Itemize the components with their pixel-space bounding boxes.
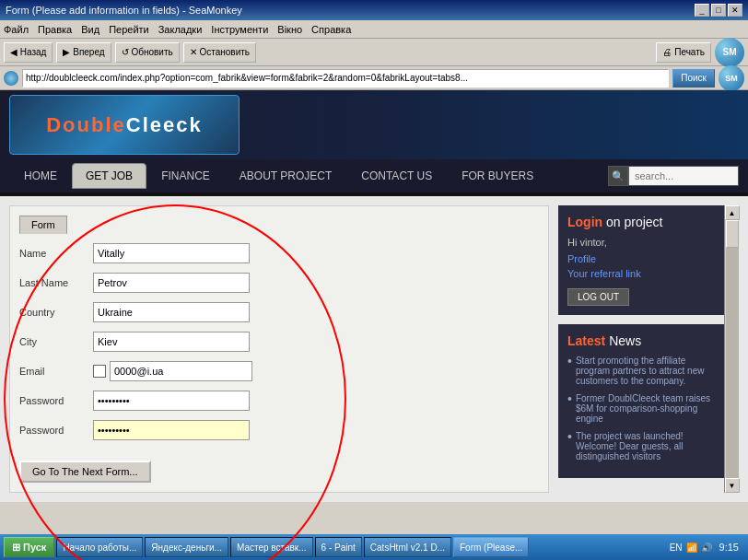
menu-file[interactable]: Файл xyxy=(4,24,29,35)
email-row: Email xyxy=(19,361,539,381)
main-content: Form Name Last Name Country xyxy=(0,196,748,502)
window-title: Form (Please add information in fields) … xyxy=(6,5,242,16)
browser-toolbar: ◀ Назад ▶ Вперед ↺ Обновить ✕ Остановить… xyxy=(0,39,748,66)
taskbar-item-0[interactable]: Начало работы... xyxy=(56,537,143,557)
city-label: City xyxy=(19,336,93,347)
taskbar-item-4[interactable]: CatsHtml v2.1 D... xyxy=(364,537,451,557)
address-input[interactable] xyxy=(22,69,669,88)
scroll-track xyxy=(726,220,739,478)
login-box-title-normal: on project xyxy=(606,215,662,229)
news-item-2: • The project was launched! Welcome! Dea… xyxy=(567,431,715,461)
taskbar-item-1[interactable]: Яндекс-деньги... xyxy=(145,537,228,557)
news-bullet-1: • xyxy=(567,391,572,406)
password1-input[interactable] xyxy=(93,391,250,411)
start-icon: ⊞ xyxy=(12,542,20,554)
tray-lang: EN xyxy=(670,542,683,553)
stop-button[interactable]: ✕ Остановить xyxy=(183,42,256,63)
password2-label: Password xyxy=(19,425,93,436)
refresh-button[interactable]: ↺ Обновить xyxy=(115,42,180,63)
login-highlight: Login xyxy=(567,215,602,229)
nav-search-input[interactable] xyxy=(628,166,739,186)
news-bullet-0: • xyxy=(567,354,572,368)
name-row: Name xyxy=(19,243,539,263)
login-box-title: Login on project xyxy=(567,215,715,229)
back-button[interactable]: ◀ Назад xyxy=(4,42,53,63)
password2-input[interactable] xyxy=(93,420,250,440)
menu-help[interactable]: Справка xyxy=(311,24,351,35)
login-greeting: Hi vintor, xyxy=(567,237,715,248)
scroll-down-button[interactable]: ▼ xyxy=(725,478,740,493)
site-header: DoubleCleeck xyxy=(0,90,748,159)
referral-link[interactable]: Your referral link xyxy=(567,268,715,279)
news-box-title: Latest News xyxy=(567,333,715,348)
news-highlight: Latest xyxy=(567,333,605,348)
search-go-button[interactable]: Поиск xyxy=(672,69,715,88)
nav-finance[interactable]: FINANCE xyxy=(146,162,225,190)
city-input[interactable] xyxy=(93,332,250,352)
taskbar: ⊞ Пуск Начало работы... Яндекс-деньги...… xyxy=(0,534,748,560)
tray-icon-2: 🔊 xyxy=(701,542,712,553)
maximize-button[interactable]: □ xyxy=(711,4,726,17)
email-label: Email xyxy=(19,366,93,377)
city-row: City xyxy=(19,332,539,352)
browser-logo: SM xyxy=(719,65,744,91)
lastname-input[interactable] xyxy=(93,273,250,293)
start-label: Пуск xyxy=(23,542,46,553)
menu-window[interactable]: Вікно xyxy=(277,24,302,35)
taskbar-item-3[interactable]: 6 - Paint xyxy=(315,537,362,557)
seamonkey-logo: SM xyxy=(715,38,744,67)
nav-home[interactable]: HOME xyxy=(9,162,72,190)
submit-button[interactable]: Go To The Next Form... xyxy=(19,461,151,483)
tray-icon-1: 📶 xyxy=(686,542,697,553)
country-row: Country xyxy=(19,302,539,322)
news-text-1: Former DoublCleeck team raises $6M for c… xyxy=(576,393,715,424)
scroll-up-button[interactable]: ▲ xyxy=(725,205,740,220)
nav-search-icon[interactable]: 🔍 xyxy=(608,166,628,186)
nav-bar: HOME GET JOB FINANCE ABOUT PROJECT CONTA… xyxy=(0,159,748,192)
nav-for-buyers[interactable]: FOR BUYERS xyxy=(447,162,548,190)
forward-button[interactable]: ▶ Вперед xyxy=(56,42,111,63)
print-button[interactable]: 🖨 Печать xyxy=(656,42,711,63)
menu-tools[interactable]: Інструменти xyxy=(211,24,268,35)
name-label: Name xyxy=(19,248,93,259)
news-title-normal: News xyxy=(609,333,641,348)
email-input[interactable] xyxy=(110,361,252,381)
email-checkbox[interactable] xyxy=(93,365,106,378)
menu-edit[interactable]: Правка xyxy=(38,24,72,35)
lastname-label: Last Name xyxy=(19,277,93,288)
scroll-thumb[interactable] xyxy=(726,220,739,248)
taskbar-item-5[interactable]: Form (Please... xyxy=(453,537,529,557)
page-icon xyxy=(4,71,18,86)
menu-bookmarks[interactable]: Закладки xyxy=(158,24,203,35)
nav-get-job[interactable]: GET JOB xyxy=(72,163,146,189)
start-button[interactable]: ⊞ Пуск xyxy=(4,537,54,557)
form-container: Form Name Last Name Country xyxy=(9,205,549,493)
title-bar: Form (Please add information in fields) … xyxy=(0,0,748,20)
minimize-button[interactable]: _ xyxy=(695,4,709,17)
form-tab[interactable]: Form xyxy=(19,216,67,234)
profile-link[interactable]: Profile xyxy=(567,253,715,264)
address-bar: Поиск SM xyxy=(0,66,748,90)
country-input[interactable] xyxy=(93,302,250,322)
nav-search-area: 🔍 xyxy=(608,166,739,186)
news-item-0: • Start promoting the affiliate program … xyxy=(567,356,715,386)
news-box: Latest News • Start promoting the affili… xyxy=(558,324,724,478)
nav-about-project[interactable]: ABOUT PROJECT xyxy=(225,162,346,190)
site-logo: DoubleCleeck xyxy=(9,95,240,155)
taskbar-system-tray: EN 📶 🔊 xyxy=(670,542,712,553)
lastname-row: Last Name xyxy=(19,273,539,293)
news-item-1: • Former DoublCleeck team raises $6M for… xyxy=(567,393,715,424)
sidebar: Login on project Hi vintor, Profile Your… xyxy=(558,205,724,493)
taskbar-item-2[interactable]: Мастер вставк... xyxy=(230,537,313,557)
window-controls[interactable]: _ □ ✕ xyxy=(695,4,742,17)
webpage-content: DoubleCleeck HOME GET JOB FINANCE ABOUT … xyxy=(0,90,748,502)
menu-navigate[interactable]: Перейти xyxy=(109,24,149,35)
menu-view[interactable]: Вид xyxy=(81,24,99,35)
news-bullet-2: • xyxy=(567,429,572,444)
scrollbar[interactable]: ▲ ▼ xyxy=(724,205,739,493)
nav-contact-us[interactable]: CONTACT US xyxy=(346,162,447,190)
logout-button[interactable]: LOG OUT xyxy=(567,288,629,306)
password2-row: Password xyxy=(19,420,539,440)
close-button[interactable]: ✕ xyxy=(728,4,742,17)
name-input[interactable] xyxy=(93,243,250,263)
